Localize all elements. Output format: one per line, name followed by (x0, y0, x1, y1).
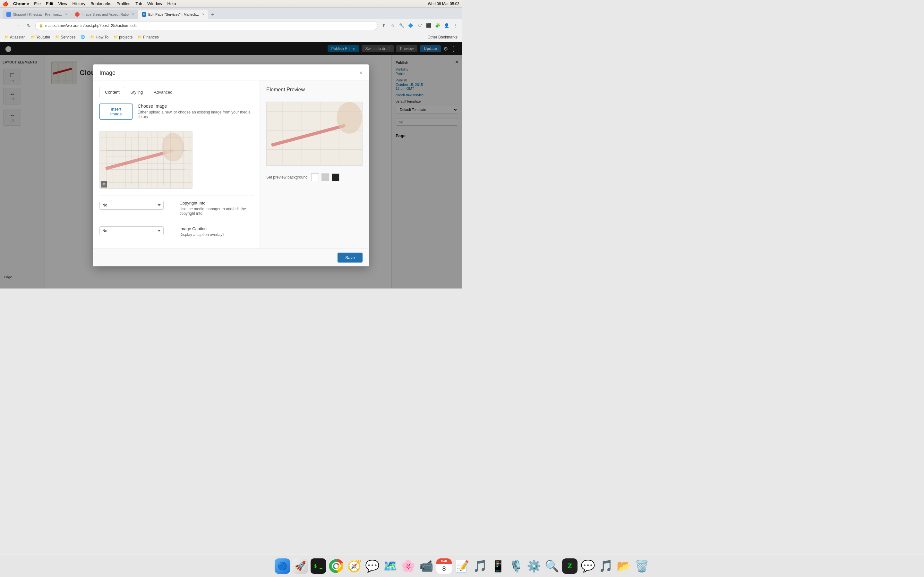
tab2-close[interactable]: × (132, 12, 134, 17)
menubar-window[interactable]: Window (147, 1, 162, 6)
other-bookmarks[interactable]: Other Bookmarks (426, 34, 459, 40)
forward-button[interactable]: → (13, 21, 23, 30)
modal-left-panel: Content Styling Advanced Insert Image Ch… (93, 81, 260, 248)
svg-point-12 (165, 138, 181, 160)
bookmark-howto-label: How To (95, 35, 108, 39)
modal-body: Content Styling Advanced Insert Image Ch… (93, 81, 369, 248)
tab-advanced[interactable]: Advanced (149, 87, 178, 97)
image-preview-container: × (99, 131, 192, 189)
bookmark-globe-icon: 🌐 (81, 35, 85, 39)
bookmark-finances[interactable]: 📁 Finances (136, 34, 161, 40)
choose-image-desc: Either upload a new, or choose an existi… (137, 110, 253, 119)
caption-title: Image Caption (180, 226, 254, 231)
image-preview (99, 131, 192, 189)
copyright-desc: Use the media manager to add/edit the co… (180, 207, 254, 216)
back-button[interactable]: ← (3, 21, 11, 30)
preview-bg-white[interactable] (311, 173, 319, 181)
menubar-tab[interactable]: Tab (136, 1, 142, 6)
modal-right-panel: Element Preview (260, 81, 369, 248)
modal-overlay: Image × Content Styling Advanced (0, 42, 462, 288)
apple-menu[interactable]: 🍎 (3, 1, 8, 6)
menubar-bookmarks[interactable]: Bookmarks (90, 1, 111, 6)
extension-icon2[interactable]: 🔷 (407, 22, 415, 29)
url-bar[interactable]: 🔒 maltech.mw/wp-admin/post.php?post=25&a… (35, 21, 378, 30)
extension-icon5[interactable]: 🧩 (434, 22, 441, 29)
menubar-edit[interactable]: Edit (46, 1, 53, 6)
tab3-close[interactable]: × (202, 12, 204, 17)
preview-bg-label: Set preview background: (266, 175, 309, 179)
insert-image-button[interactable]: Insert Image (99, 103, 132, 119)
image-remove-button[interactable]: × (101, 181, 107, 187)
bookmark-finances-icon: 📁 (137, 35, 142, 39)
bookmark-howto[interactable]: 📁 How To (88, 34, 110, 40)
caption-desc: Display a caption overlay? (180, 232, 254, 237)
tab-content[interactable]: Content (99, 87, 125, 97)
bookmark-projects[interactable]: 📁 projects (111, 34, 134, 40)
bookmark-services-label: Services (61, 35, 75, 39)
address-actions: ⬆ ☆ 🔧 🔷 🛡 ⬛ 🧩 👤 ⋮ (380, 22, 459, 29)
three-dots-menu[interactable]: ⋮ (452, 22, 459, 29)
copyright-info-text: Copyright Info Use the media manager to … (180, 201, 254, 216)
tab-support[interactable]: [Support | Kriesi.at - Premium... × (3, 10, 71, 19)
bookmark-youtube[interactable]: 📁 Youtube (29, 34, 52, 40)
extension-icon3[interactable]: 🛡 (416, 22, 423, 29)
copyright-title: Copyright Info (180, 201, 254, 205)
extension-icon1[interactable]: 🔧 (398, 22, 405, 29)
address-bar: ← → ↻ 🔒 maltech.mw/wp-admin/post.php?pos… (0, 19, 462, 32)
bookmark-services[interactable]: 📁 Services (53, 34, 78, 40)
menubar-right: Wed 08 Mar 05:03 (428, 2, 459, 6)
new-tab-button[interactable]: + (208, 10, 217, 19)
bookmark-youtube-icon: 📁 (31, 35, 35, 39)
preview-bg-black[interactable] (332, 173, 339, 181)
caption-select-container: No Yes (99, 226, 173, 235)
tab2-title: Image Sizes and Aspect Ratio (81, 13, 129, 16)
bookmark-atlassian-label: Atlassian (10, 35, 26, 39)
tab3-title: Edit Page "Services" ‹ Maltech... (148, 13, 199, 16)
choose-image-title: Choose Image (137, 103, 253, 109)
bookmark-howto-icon: 📁 (90, 35, 95, 39)
element-preview-title: Element Preview (266, 87, 363, 93)
menubar-file[interactable]: File (34, 1, 41, 6)
bookmark-youtube-label: Youtube (36, 35, 50, 39)
modal-close-button[interactable]: × (359, 69, 363, 76)
menubar-datetime: Wed 08 Mar 05:03 (428, 2, 459, 6)
tab1-title: [Support | Kriesi.at - Premium... (13, 13, 62, 16)
profile-icon[interactable]: 👤 (443, 22, 451, 29)
tab-edit-services[interactable]: M Edit Page "Services" ‹ Maltech... × (138, 10, 208, 19)
menubar-history[interactable]: History (72, 1, 85, 6)
bookmark-projects-label: projects (119, 35, 132, 39)
bookmark-star-icon[interactable]: ☆ (389, 22, 397, 29)
save-button[interactable]: Save (338, 253, 363, 263)
copyright-select[interactable]: No Yes (99, 201, 164, 210)
preview-bg-gray[interactable] (321, 173, 329, 181)
tab-styling[interactable]: Styling (125, 87, 149, 97)
menubar-profiles[interactable]: Profiles (116, 1, 130, 6)
svg-point-25 (336, 102, 362, 134)
menubar: 🍎 Chrome File Edit View History Bookmark… (0, 0, 462, 8)
choose-image-info: Choose Image Either upload a new, or cho… (137, 103, 253, 119)
modal-tabs: Content Styling Advanced (99, 87, 253, 97)
caption-field: No Yes Image Caption Display a caption o… (99, 221, 253, 237)
caption-select[interactable]: No Yes (99, 226, 164, 235)
tab-image-sizes[interactable]: Image Sizes and Aspect Ratio × (71, 10, 138, 19)
reload-button[interactable]: ↻ (24, 21, 33, 30)
tab2-favicon (75, 12, 79, 17)
modal-header: Image × (93, 64, 369, 81)
tab1-favicon (6, 12, 11, 17)
menubar-chrome[interactable]: Chrome (13, 1, 29, 6)
menubar-help[interactable]: Help (168, 1, 176, 6)
extension-icon4[interactable]: ⬛ (425, 22, 433, 29)
tab1-close[interactable]: × (65, 12, 67, 17)
bookmark-atlassian[interactable]: 📁 Atlassian (3, 34, 27, 40)
copyright-field: No Yes Copyright Info Use the media mana… (99, 195, 253, 216)
share-icon[interactable]: ⬆ (380, 22, 388, 29)
tab3-favicon: M (142, 12, 146, 17)
menubar-view[interactable]: View (58, 1, 67, 6)
modal-title: Image (99, 69, 115, 76)
caption-info-text: Image Caption Display a caption overlay? (180, 226, 254, 237)
bookmark-globe[interactable]: 🌐 (79, 34, 87, 40)
wp-editor-bg: ⬤ Publish Editor Switch to draft Preview… (0, 42, 462, 288)
url-lock-icon: 🔒 (39, 23, 43, 27)
url-text: maltech.mw/wp-admin/post.php?post=25&act… (45, 23, 375, 28)
bookmarks-bar: 📁 Atlassian 📁 Youtube 📁 Services 🌐 📁 How… (0, 32, 462, 42)
